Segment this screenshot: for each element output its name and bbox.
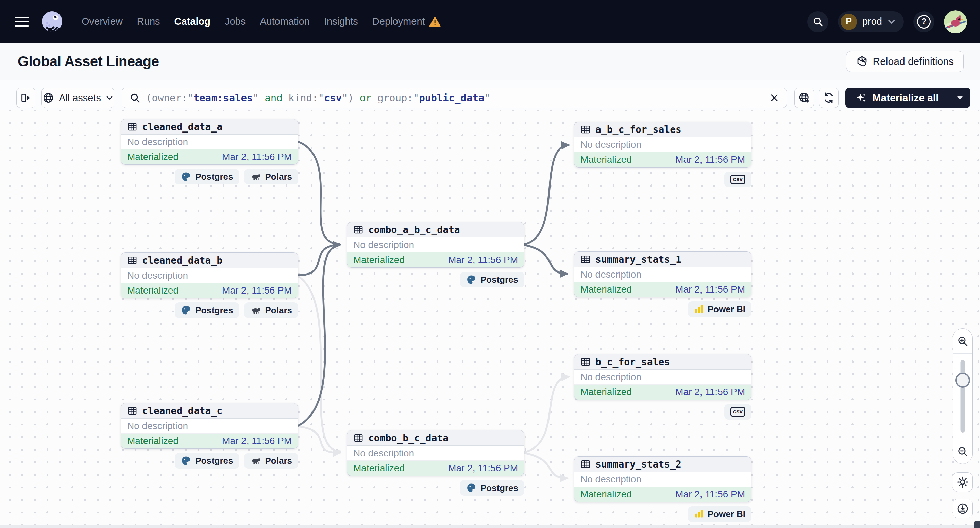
chevron-down-icon [888,19,896,24]
table-icon [581,124,591,135]
asset-node-header: a_b_c_for_sales [574,122,751,137]
asset-node-description: No description [121,268,298,283]
asset-scope-dropdown[interactable]: All assets [41,88,114,108]
zoom-slider[interactable] [953,354,972,439]
asset-node-status-row: Materialized Mar 2, 11:56 PM [121,283,298,298]
kind-tag-postgres[interactable]: Postgres [175,453,239,469]
asset-node-header: b_c_for_sales [574,354,751,369]
materialization-timestamp: Mar 2, 11:56 PM [222,436,292,446]
search-query-text: (owner:"team:sales" and kind:"csv") or g… [146,92,770,104]
kind-tag-csv[interactable]: csv [724,404,751,420]
asset-node-header: combo_a_b_c_data [347,222,524,238]
kind-tag-polars[interactable]: Polars [244,453,299,469]
environment-switcher[interactable]: P prod [838,11,904,32]
kind-tag-postgres[interactable]: Postgres [175,169,239,184]
kind-tag-postgres[interactable]: Postgres [460,480,524,496]
asset-node-status-row: Materialized Mar 2, 11:56 PM [574,385,751,400]
asset-search-input[interactable]: (owner:"team:sales" and kind:"csv") or g… [122,88,787,108]
asset-node-status-row: Materialized Mar 2, 11:56 PM [574,487,751,502]
lineage-scope-button[interactable] [794,88,814,108]
asset-node-status-row: Materialized Mar 2, 11:56 PM [347,461,524,476]
clear-search-button[interactable] [770,93,779,103]
kind-tag-powerbi[interactable]: Power BI [688,506,751,522]
asset-node-cleaned_data_a[interactable]: cleaned_data_a No description Materializ… [121,119,298,165]
kind-tag-postgres[interactable]: Postgres [460,272,524,287]
lineage-toolbar: All assets (owner:"team:sales" and kind:… [0,80,980,110]
nav-item-insights[interactable]: Insights [324,16,358,27]
nav-item-runs[interactable]: Runs [137,16,160,27]
zoom-in-icon [957,335,969,347]
reload-definitions-button[interactable]: Reload definitions [846,51,964,72]
asset-node-status-row: Materialized Mar 2, 11:56 PM [121,149,298,165]
global-asset-lineage-page: Overview Runs Catalog Jobs Automation In… [0,0,980,528]
table-icon [127,255,137,265]
asset-node-combo_a_b_c_data[interactable]: combo_a_b_c_data No description Material… [347,222,524,268]
zoom-in-button[interactable] [953,328,972,354]
status-badge: Materialized [581,154,632,165]
asset-node-combo_b_c_data[interactable]: combo_b_c_data No description Materializ… [347,430,524,476]
materialize-all-main[interactable]: Materialize all [845,92,949,104]
scrollbar-corner [974,520,980,528]
asset-node-b_c_for_sales[interactable]: b_c_for_sales No description Materialize… [574,354,751,400]
asset-node-summary_stats_1[interactable]: summary_stats_1 No description Materiali… [574,251,751,297]
help-icon: ? [917,15,931,29]
table-icon [127,406,137,416]
kind-tag-polars[interactable]: Polars [244,303,299,318]
materialization-timestamp: Mar 2, 11:56 PM [675,284,745,295]
nav-item-automation[interactable]: Automation [260,16,310,27]
zoom-slider-track[interactable] [961,360,965,433]
gear-icon [956,476,969,488]
asset-node-description: No description [121,419,298,434]
nav-item-overview[interactable]: Overview [82,16,123,27]
nav-item-deployment[interactable]: Deployment [372,16,441,27]
asset-node-description: No description [347,446,524,461]
kind-tags-summary_stats_1: Power BI [688,301,751,317]
kind-tag-polars[interactable]: Polars [244,169,299,184]
zoom-slider-thumb[interactable] [955,373,970,388]
postgres-icon [466,483,476,493]
download-image-button[interactable] [953,499,972,518]
asset-node-a_b_c_for_sales[interactable]: a_b_c_for_sales No description Materiali… [574,122,751,168]
asset-node-header: summary_stats_2 [574,457,751,472]
reload-cube-icon [856,55,868,68]
materialization-timestamp: Mar 2, 11:56 PM [222,152,292,162]
status-badge: Materialized [353,463,405,474]
dagster-logo[interactable] [39,8,65,35]
kind-tags-combo_a_b_c_data: Postgres [460,272,524,287]
postgres-icon [181,171,191,182]
kind-tags-combo_b_c_data: Postgres [460,480,524,496]
user-avatar[interactable] [944,10,967,33]
asset-node-header: cleaned_data_c [121,403,298,419]
asset-node-cleaned_data_c[interactable]: cleaned_data_c No description Materializ… [121,403,298,449]
open-panel-icon [20,92,32,104]
kind-tag-postgres[interactable]: Postgres [175,303,239,318]
asset-node-summary_stats_2[interactable]: summary_stats_2 No description Materiali… [574,456,751,502]
toggle-sidebar-button[interactable] [16,88,35,108]
refresh-button[interactable] [819,88,838,108]
nav-item-catalog[interactable]: Catalog [175,16,210,27]
menu-icon[interactable] [15,17,29,27]
polars-icon [250,172,261,181]
materialize-all-button[interactable]: Materialize all [845,88,970,108]
edge-highlighted-group [298,142,568,426]
nav-item-jobs[interactable]: Jobs [225,16,245,27]
search-button[interactable] [807,11,828,32]
kind-tags-b_c_for_sales: csv [724,404,751,420]
table-icon [353,225,363,235]
csv-icon: csv [730,407,745,417]
kind-tags-a_b_c_for_sales: csv [724,171,751,187]
kind-tag-powerbi[interactable]: Power BI [688,301,751,317]
search-icon [130,92,140,103]
materialization-timestamp: Mar 2, 11:56 PM [448,463,518,474]
asset-node-status-row: Materialized Mar 2, 11:56 PM [574,282,751,297]
graph-settings-button[interactable] [953,472,972,492]
asset-node-description: No description [574,472,751,487]
materialization-timestamp: Mar 2, 11:56 PM [448,254,518,265]
kind-tag-csv[interactable]: csv [724,171,751,187]
asset-node-status-row: Materialized Mar 2, 11:56 PM [574,152,751,167]
help-button[interactable]: ? [913,11,934,32]
zoom-out-button[interactable] [953,439,972,464]
horizontal-scrollbar-track[interactable] [0,525,980,528]
materialize-options-button[interactable] [949,88,970,108]
asset-node-cleaned_data_b[interactable]: cleaned_data_b No description Materializ… [121,252,298,298]
